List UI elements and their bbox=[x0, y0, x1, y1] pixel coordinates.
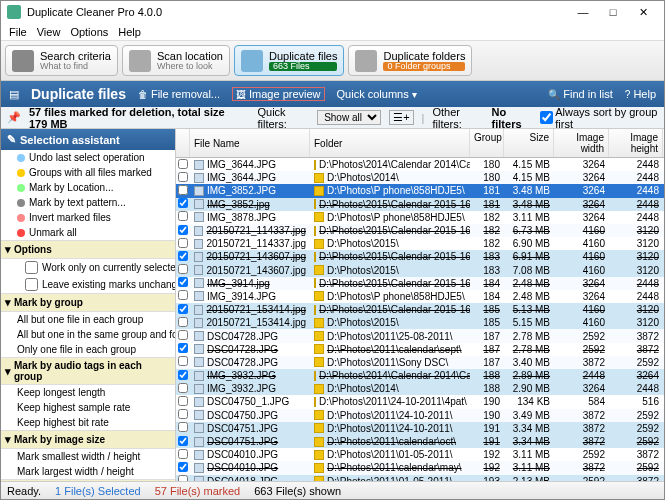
table-row[interactable]: IMG_3878.JPGD:\Photos\P phone\858HDJE5\1… bbox=[176, 211, 664, 224]
row-checkbox[interactable] bbox=[176, 238, 190, 250]
table-row[interactable]: DSC04750.JPGD:\Photos\2011\24-10-2011\19… bbox=[176, 409, 664, 422]
quick-columns-link[interactable]: Quick columns ▾ bbox=[337, 88, 417, 100]
sidebar-item[interactable]: All but one file in each group bbox=[1, 312, 175, 327]
table-row[interactable]: IMG_3932.JPGD:\Photos\2014\Calendar 2014… bbox=[176, 369, 664, 382]
sidebar-item[interactable]: Work only on currently selected rows bbox=[1, 259, 175, 276]
sidebar-item[interactable]: Groups with all files marked bbox=[1, 165, 175, 180]
sidebar-item[interactable]: Keep longest length bbox=[1, 385, 175, 400]
find-in-list-link[interactable]: 🔍 Find in list bbox=[548, 88, 613, 100]
row-checkbox[interactable] bbox=[176, 185, 190, 197]
row-checkbox[interactable] bbox=[176, 449, 190, 461]
sidebar-item[interactable]: All but one in the same group and fold bbox=[1, 327, 175, 342]
col-imagewidth[interactable]: Image width bbox=[554, 129, 609, 157]
row-checkbox[interactable] bbox=[176, 198, 190, 210]
row-checkbox[interactable] bbox=[176, 172, 190, 184]
table-row[interactable]: DSC04010.JPGD:\Photos\2011\01-05-2011\19… bbox=[176, 448, 664, 461]
duplicate-files-button[interactable]: Duplicate files663 Files bbox=[234, 45, 344, 76]
sidebar-item[interactable]: Mark by Location... bbox=[1, 180, 175, 195]
table-row[interactable]: 20150721_114337.jpgD:\Photos\2015\1826.9… bbox=[176, 237, 664, 250]
sidebar-item[interactable]: Undo last select operation bbox=[1, 150, 175, 165]
file-removal-link[interactable]: 🗑 File removal... bbox=[138, 88, 220, 100]
bullet-icon bbox=[17, 169, 25, 177]
cell-imagewidth: 3872 bbox=[554, 436, 609, 447]
table-row[interactable]: 20150721_114337.jpgD:\Photos\2015\Calend… bbox=[176, 224, 664, 237]
col-imageheight[interactable]: Image height bbox=[609, 129, 663, 157]
sidebar-item[interactable]: Invert marked files bbox=[1, 210, 175, 225]
row-checkbox[interactable] bbox=[176, 304, 190, 316]
sidebar-item[interactable]: Keep highest bit rate bbox=[1, 415, 175, 430]
table-row[interactable]: DSC04010.JPGD:\Photos\2011\calendar\may\… bbox=[176, 461, 664, 474]
table-row[interactable]: 20150721_143607.jpgD:\Photos\2015\1837.0… bbox=[176, 264, 664, 277]
cell-size: 3.11 MB bbox=[504, 212, 554, 223]
col-checkbox[interactable] bbox=[176, 129, 190, 157]
menu-options[interactable]: Options bbox=[70, 26, 108, 38]
row-checkbox[interactable] bbox=[176, 370, 190, 382]
table-row[interactable]: 20150721_143607.jpgD:\Photos\2015\Calend… bbox=[176, 250, 664, 263]
row-checkbox[interactable] bbox=[176, 225, 190, 237]
image-preview-link[interactable]: 🖼 Image preview bbox=[232, 87, 325, 101]
table-row[interactable]: IMG_3932.JPGD:\Photos\2014\1882.90 MB326… bbox=[176, 382, 664, 395]
table-row[interactable]: IMG_3644.JPGD:\Photos\2014\Calendar 2014… bbox=[176, 158, 664, 171]
sidebar-section[interactable]: ▾Mark by audio tags in each group bbox=[1, 357, 175, 385]
table-body[interactable]: IMG_3644.JPGD:\Photos\2014\Calendar 2014… bbox=[176, 158, 664, 481]
table-row[interactable]: IMG_3644.JPGD:\Photos\2014\1804.15 MB326… bbox=[176, 171, 664, 184]
quick-filters-select[interactable]: Show all bbox=[317, 110, 381, 125]
sidebar-item[interactable]: Mark smallest width / height bbox=[1, 449, 175, 464]
menu-view[interactable]: View bbox=[37, 26, 61, 38]
row-checkbox[interactable] bbox=[176, 251, 190, 263]
col-filename[interactable]: File Name bbox=[190, 129, 310, 157]
option-checkbox[interactable] bbox=[25, 261, 38, 274]
table-row[interactable]: DSC04728.JPGD:\Photos\2011\calendar\sept… bbox=[176, 343, 664, 356]
sidebar-item[interactable]: Mark by text pattern... bbox=[1, 195, 175, 210]
row-checkbox[interactable] bbox=[176, 159, 190, 171]
sidebar-item[interactable]: Unmark all bbox=[1, 225, 175, 240]
table-row[interactable]: DSC04751.JPGD:\Photos\2011\calendar\oct\… bbox=[176, 435, 664, 448]
row-checkbox[interactable] bbox=[176, 422, 190, 434]
row-checkbox[interactable] bbox=[176, 396, 190, 408]
sidebar-item[interactable]: Keep highest sample rate bbox=[1, 400, 175, 415]
search-criteria-button[interactable]: Search criteriaWhat to find bbox=[5, 45, 118, 76]
sidebar-item[interactable]: Leave existing marks unchanged bbox=[1, 276, 175, 293]
row-checkbox[interactable] bbox=[176, 462, 190, 474]
menu-help[interactable]: Help bbox=[118, 26, 141, 38]
row-checkbox[interactable] bbox=[176, 290, 190, 302]
close-button[interactable]: ✕ bbox=[628, 6, 658, 19]
row-checkbox[interactable] bbox=[176, 211, 190, 223]
table-row[interactable]: DSC04728.JPGD:\Photos\2011\25-08-2011\18… bbox=[176, 329, 664, 342]
row-checkbox[interactable] bbox=[176, 343, 190, 355]
scan-location-button[interactable]: Scan locationWhere to look bbox=[122, 45, 230, 76]
col-group[interactable]: Group bbox=[470, 129, 504, 157]
help-link[interactable]: ? Help bbox=[625, 88, 656, 100]
row-checkbox[interactable] bbox=[176, 436, 190, 448]
sidebar-section[interactable]: ▾Options bbox=[1, 240, 175, 259]
sidebar-section[interactable]: ▾Mark by image size bbox=[1, 430, 175, 449]
table-row[interactable]: DSC04751.JPGD:\Photos\2011\24-10-2011\19… bbox=[176, 422, 664, 435]
maximize-button[interactable]: □ bbox=[598, 6, 628, 18]
row-checkbox[interactable] bbox=[176, 277, 190, 289]
sidebar-item[interactable]: Only one file in each group bbox=[1, 342, 175, 357]
row-checkbox[interactable] bbox=[176, 409, 190, 421]
row-checkbox[interactable] bbox=[176, 356, 190, 368]
table-row[interactable]: IMG_3914.JPGD:\Photos\P phone\858HDJE5\1… bbox=[176, 290, 664, 303]
table-row[interactable]: 20150721_153414.jpgD:\Photos\2015\Calend… bbox=[176, 303, 664, 316]
filter-add-button[interactable]: ☰+ bbox=[389, 110, 413, 125]
row-checkbox[interactable] bbox=[176, 317, 190, 329]
table-row[interactable]: IMG_3852.JPGD:\Photos\P phone\858HDJE5\1… bbox=[176, 184, 664, 197]
sidebar-item[interactable]: Mark largest width / height bbox=[1, 464, 175, 479]
table-row[interactable]: DSC04750_1.JPGD:\Photos\2011\24-10-2011\… bbox=[176, 395, 664, 408]
menu-file[interactable]: File bbox=[9, 26, 27, 38]
sidebar-section[interactable]: ▾Mark by group bbox=[1, 293, 175, 312]
col-size[interactable]: Size bbox=[504, 129, 554, 157]
minimize-button[interactable]: — bbox=[568, 6, 598, 18]
row-checkbox[interactable] bbox=[176, 264, 190, 276]
table-row[interactable]: DSC04728.JPGD:\Photos\2011\Sony DSC\1873… bbox=[176, 356, 664, 369]
table-row[interactable]: IMG_3852.jpgD:\Photos\2015\Calendar 2015… bbox=[176, 198, 664, 211]
table-row[interactable]: 20150721_153414.jpgD:\Photos\2015\1855.1… bbox=[176, 316, 664, 329]
duplicate-folders-button[interactable]: Duplicate folders0 Folder groups bbox=[348, 45, 472, 76]
sort-by-group-checkbox[interactable]: Always sort by group first bbox=[540, 106, 658, 130]
row-checkbox[interactable] bbox=[176, 330, 190, 342]
col-folder[interactable]: Folder bbox=[310, 129, 470, 157]
option-checkbox[interactable] bbox=[25, 278, 38, 291]
table-row[interactable]: IMG_3914.jpgD:\Photos\2015\Calendar 2015… bbox=[176, 277, 664, 290]
row-checkbox[interactable] bbox=[176, 383, 190, 395]
